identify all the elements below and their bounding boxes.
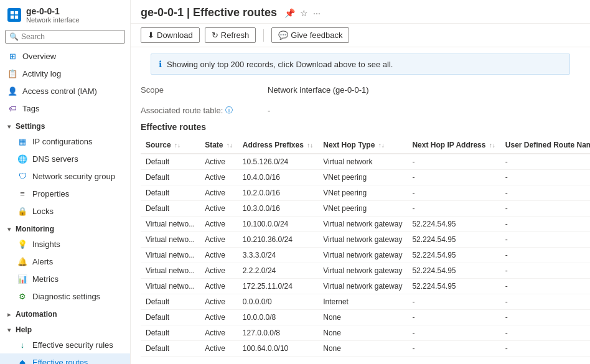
- cell-source: Virtual netwo...: [141, 232, 200, 248]
- sidebar-item-label: Diagnostic settings: [32, 292, 100, 301]
- sort-icon[interactable]: ↑↓: [307, 142, 313, 149]
- cell-prefix: 10.4.0.0/16: [238, 170, 318, 185]
- sidebar-item-nsg[interactable]: 🛡 Network security group: [0, 167, 130, 185]
- iam-icon: 👤: [7, 86, 17, 96]
- page-header: ge-0-0-1 | Effective routes 📌 ☆ ···: [131, 0, 590, 24]
- cell-next-hop-type: Virtual network gateway: [318, 263, 407, 279]
- main-content: ge-0-0-1 | Effective routes 📌 ☆ ··· ⬇ Do…: [131, 0, 590, 364]
- sidebar-item-iam[interactable]: 👤 Access control (IAM): [0, 82, 130, 100]
- assoc-value: -: [268, 104, 580, 117]
- sidebar-item-alerts[interactable]: 🔔 Alerts: [0, 253, 130, 270]
- more-icon[interactable]: ···: [313, 8, 321, 18]
- feedback-button[interactable]: 💬 Give feedback: [271, 27, 349, 43]
- table-row: DefaultActive10.0.0.0/8None--: [141, 310, 590, 325]
- table-row: DefaultActive10.4.0.0/16VNet peering--: [141, 170, 590, 185]
- cell-next-hop-ip: 52.224.54.95: [407, 248, 500, 263]
- info-message: Showing only top 200 records, click Down…: [167, 60, 393, 69]
- cell-udr-name: -: [500, 325, 590, 341]
- cell-next-hop-ip: -: [407, 325, 500, 341]
- meta-scope: Scope Network interface (ge-0-0-1): [141, 81, 580, 99]
- feedback-label: Give feedback: [291, 30, 342, 40]
- pin-icon[interactable]: 📌: [284, 8, 295, 18]
- cell-next-hop-type: None: [318, 310, 407, 325]
- cell-udr-name: -: [500, 294, 590, 310]
- table-row: DefaultActive10.3.0.0/16VNet peering--: [141, 201, 590, 217]
- refresh-button[interactable]: ↻ Refresh: [205, 27, 256, 43]
- cell-udr-name: -: [500, 185, 590, 201]
- cell-udr-name: -: [500, 310, 590, 325]
- cell-state: Active: [200, 325, 238, 341]
- sidebar-item-label: Insights: [32, 240, 60, 249]
- sidebar-item-effective-security[interactable]: ↓ Effective security rules: [0, 336, 130, 353]
- table-row: Virtual netwo...Active172.25.11.0/24Virt…: [141, 279, 590, 294]
- info-icon: ℹ: [159, 59, 162, 69]
- info-bar: ℹ Showing only top 200 records, click Do…: [151, 54, 570, 75]
- cell-state: Active: [200, 248, 238, 263]
- table-row: Virtual netwo...Active10.100.0.0/24Virtu…: [141, 217, 590, 232]
- cell-prefix: 10.5.126.0/24: [238, 154, 318, 170]
- cell-source: Default: [141, 201, 200, 217]
- cell-next-hop-ip: -: [407, 341, 500, 357]
- cell-udr-name: -: [500, 341, 590, 357]
- search-icon: 🔍: [9, 32, 19, 41]
- header-icons: 📌 ☆ ···: [284, 8, 321, 18]
- toolbar: ⬇ Download ↻ Refresh 💬 Give feedback: [131, 24, 590, 47]
- table-row: DefaultActive10.5.126.0/24Virtual networ…: [141, 154, 590, 170]
- cell-next-hop-type: VNet peering: [318, 170, 407, 185]
- sort-icon[interactable]: ↑↓: [174, 142, 180, 149]
- sidebar-item-diagnostic[interactable]: ⚙ Diagnostic settings: [0, 287, 130, 305]
- resource-name: ge-0-0-1: [26, 6, 80, 16]
- sidebar-item-effective-routes[interactable]: ◆ Effective routes: [0, 353, 130, 364]
- sidebar-item-insights[interactable]: 💡 Insights: [0, 235, 130, 253]
- sidebar-item-properties[interactable]: ≡ Properties: [0, 185, 130, 202]
- sidebar-item-tags[interactable]: 🏷 Tags: [0, 100, 130, 117]
- sidebar-item-locks[interactable]: 🔒 Locks: [0, 202, 130, 220]
- cell-source: Virtual netwo...: [141, 248, 200, 263]
- cell-udr-name: -: [500, 232, 590, 248]
- lock-icon: 🔒: [17, 206, 27, 216]
- cell-source: Default: [141, 294, 200, 310]
- sidebar-item-overview[interactable]: ⊞ Overview: [0, 47, 130, 65]
- search-input[interactable]: [21, 32, 121, 41]
- cell-prefix: 10.0.0.0/8: [238, 310, 318, 325]
- col-source: Source ↑↓: [141, 137, 200, 154]
- download-button[interactable]: ⬇ Download: [141, 27, 200, 43]
- content-area: ℹ Showing only top 200 records, click Do…: [131, 47, 590, 364]
- search-box[interactable]: 🔍: [5, 30, 125, 44]
- cell-next-hop-type: None: [318, 341, 407, 357]
- sidebar-item-dns-servers[interactable]: 🌐 DNS servers: [0, 150, 130, 167]
- svg-rect-0: [11, 11, 14, 14]
- sort-icon[interactable]: ↑↓: [227, 142, 233, 149]
- cell-state: Active: [200, 170, 238, 185]
- cell-state: Active: [200, 279, 238, 294]
- feedback-icon: 💬: [278, 30, 288, 40]
- cell-source: Default: [141, 325, 200, 341]
- table-row: Virtual netwo...Active10.210.36.0/24Virt…: [141, 232, 590, 248]
- chevron-icon: ▾: [7, 327, 11, 334]
- app-logo: [7, 8, 21, 22]
- cell-next-hop-type: Virtual network: [318, 154, 407, 170]
- cell-prefix: 10.210.36.0/24: [238, 232, 318, 248]
- cell-state: Active: [200, 217, 238, 232]
- routes-section-title: Effective routes: [141, 122, 580, 132]
- nsg-icon: 🛡: [17, 171, 27, 181]
- info-circle-icon: ⓘ: [225, 105, 233, 116]
- sidebar-item-label: Alerts: [32, 257, 53, 266]
- star-icon[interactable]: ☆: [300, 8, 308, 18]
- routes-icon: ◆: [17, 357, 27, 364]
- cell-udr-name: -: [500, 217, 590, 232]
- sidebar-item-label: IP configurations: [32, 137, 93, 146]
- sidebar-item-metrics[interactable]: 📊 Metrics: [0, 270, 130, 287]
- sort-icon[interactable]: ↑↓: [489, 142, 495, 149]
- cell-next-hop-ip: -: [407, 154, 500, 170]
- cell-next-hop-ip: -: [407, 185, 500, 201]
- cell-next-hop-type: Virtual network gateway: [318, 217, 407, 232]
- sidebar-item-ip-configs[interactable]: ▦ IP configurations: [0, 133, 130, 150]
- assoc-label: Associated route table: ⓘ: [141, 105, 265, 116]
- col-prefix: Address Prefixes ↑↓: [238, 137, 318, 154]
- svg-rect-3: [15, 16, 18, 19]
- sidebar-item-activity-log[interactable]: 📋 Activity log: [0, 65, 130, 82]
- sort-icon[interactable]: ↑↓: [378, 142, 385, 149]
- cell-udr-name: -: [500, 154, 590, 170]
- security-icon: ↓: [17, 340, 27, 350]
